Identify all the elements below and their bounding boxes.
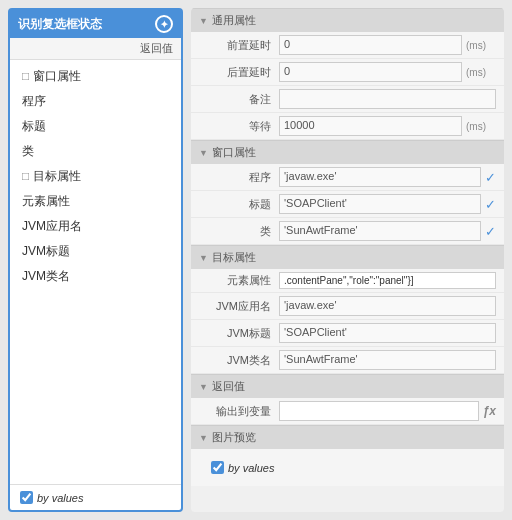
prop-value[interactable]: 10000 bbox=[279, 116, 462, 136]
by-values-row: by values bbox=[10, 484, 181, 510]
section-label: 目标属性 bbox=[212, 250, 256, 265]
prop-value[interactable]: 'javaw.exe' bbox=[279, 167, 481, 187]
left-panel-body: □ 窗口属性程序标题类□ 目标属性元素属性JVM应用名JVM标题JVM类名 bbox=[10, 60, 181, 480]
left-item-class[interactable]: 类 bbox=[10, 139, 181, 164]
prop-label: 元素属性 bbox=[199, 273, 279, 288]
left-item-target-props[interactable]: □ 目标属性 bbox=[10, 164, 181, 189]
prop-label: JVM应用名 bbox=[199, 299, 279, 314]
left-item-jvm-title[interactable]: JVM标题 bbox=[10, 239, 181, 264]
section-label: 通用属性 bbox=[212, 13, 256, 28]
prop-check-icon: ✓ bbox=[485, 197, 496, 212]
prop-value[interactable]: 'javaw.exe' bbox=[279, 296, 496, 316]
section-body-return-value: 输出到变量ƒx bbox=[191, 398, 504, 425]
section-header-image-preview[interactable]: ▼图片预览 bbox=[191, 425, 504, 449]
left-panel-header: 识别复选框状态 ✦ bbox=[10, 10, 181, 38]
prop-label: JVM标题 bbox=[199, 326, 279, 341]
section-header-window-props[interactable]: ▼窗口属性 bbox=[191, 140, 504, 164]
section-header-return-value[interactable]: ▼返回值 bbox=[191, 374, 504, 398]
right-by-values-label: by values bbox=[228, 462, 274, 474]
prop-check-icon: ✓ bbox=[485, 224, 496, 239]
section-return-value: ▼返回值输出到变量ƒx bbox=[191, 374, 504, 425]
section-general-props: ▼通用属性前置延时0(ms)后置延时0(ms)备注等待10000(ms) bbox=[191, 8, 504, 140]
image-preview-body: by values bbox=[191, 449, 504, 486]
prop-row-标题: 标题'SOAPClient'✓ bbox=[191, 191, 504, 218]
prop-label: 等待 bbox=[199, 119, 279, 134]
prop-row-JVM类名: JVM类名'SunAwtFrame' bbox=[191, 347, 504, 374]
section-label: 窗口属性 bbox=[212, 145, 256, 160]
section-body-general-props: 前置延时0(ms)后置延时0(ms)备注等待10000(ms) bbox=[191, 32, 504, 140]
section-label: 返回值 bbox=[212, 379, 245, 394]
section-body-window-props: 程序'javaw.exe'✓标题'SOAPClient'✓类'SunAwtFra… bbox=[191, 164, 504, 245]
section-image-preview: ▼图片预览by values bbox=[191, 425, 504, 486]
prop-row-后置延时: 后置延时0(ms) bbox=[191, 59, 504, 86]
right-by-values-row: by values bbox=[201, 455, 494, 480]
left-panel: 识别复选框状态 ✦ 返回值 □ 窗口属性程序标题类□ 目标属性元素属性JVM应用… bbox=[8, 8, 183, 512]
prop-value[interactable]: 0 bbox=[279, 35, 462, 55]
section-header-target-props[interactable]: ▼目标属性 bbox=[191, 245, 504, 269]
right-panel: ▼通用属性前置延时0(ms)后置延时0(ms)备注等待10000(ms)▼窗口属… bbox=[191, 8, 504, 512]
chevron-icon: ▼ bbox=[199, 253, 208, 263]
prop-row-JVM应用名: JVM应用名'javaw.exe' bbox=[191, 293, 504, 320]
prop-unit: (ms) bbox=[466, 40, 496, 51]
chevron-icon: ▼ bbox=[199, 16, 208, 26]
left-item-title[interactable]: 标题 bbox=[10, 114, 181, 139]
prop-value[interactable]: 'SOAPClient' bbox=[279, 323, 496, 343]
section-target-props: ▼目标属性元素属性.contentPane","role":"panel"}]J… bbox=[191, 245, 504, 374]
left-item-window-props[interactable]: □ 窗口属性 bbox=[10, 64, 181, 89]
prop-row-类: 类'SunAwtFrame'✓ bbox=[191, 218, 504, 245]
prop-label: 输出到变量 bbox=[199, 404, 279, 419]
prop-row-程序: 程序'javaw.exe'✓ bbox=[191, 164, 504, 191]
left-item-jvm-class-name[interactable]: JVM类名 bbox=[10, 264, 181, 289]
section-window-props: ▼窗口属性程序'javaw.exe'✓标题'SOAPClient'✓类'SunA… bbox=[191, 140, 504, 245]
prop-label: 程序 bbox=[199, 170, 279, 185]
prop-value[interactable]: 0 bbox=[279, 62, 462, 82]
return-value-label: 返回值 bbox=[10, 38, 181, 60]
chevron-icon: ▼ bbox=[199, 148, 208, 158]
left-item-element-props[interactable]: 元素属性 bbox=[10, 189, 181, 214]
section-header-general-props[interactable]: ▼通用属性 bbox=[191, 8, 504, 32]
prop-row-JVM标题: JVM标题'SOAPClient' bbox=[191, 320, 504, 347]
right-by-values-checkbox[interactable] bbox=[211, 461, 224, 474]
section-label: 图片预览 bbox=[212, 430, 256, 445]
prop-row-前置延时: 前置延时0(ms) bbox=[191, 32, 504, 59]
chevron-icon: ▼ bbox=[199, 382, 208, 392]
section-body-target-props: 元素属性.contentPane","role":"panel"}]JVM应用名… bbox=[191, 269, 504, 374]
left-item-jvm-app-name[interactable]: JVM应用名 bbox=[10, 214, 181, 239]
prop-value-wide[interactable]: .contentPane","role":"panel"}] bbox=[279, 272, 496, 289]
fx-button[interactable]: ƒx bbox=[483, 404, 496, 418]
prop-row-备注: 备注 bbox=[191, 86, 504, 113]
by-values-label: by values bbox=[37, 492, 83, 504]
prop-label: 标题 bbox=[199, 197, 279, 212]
prop-value-input[interactable] bbox=[279, 401, 479, 421]
prop-row-输出到变量: 输出到变量ƒx bbox=[191, 398, 504, 425]
compass-icon[interactable]: ✦ bbox=[155, 15, 173, 33]
prop-unit: (ms) bbox=[466, 121, 496, 132]
prop-value[interactable]: 'SunAwtFrame' bbox=[279, 221, 481, 241]
chevron-icon: ▼ bbox=[199, 433, 208, 443]
prop-check-icon: ✓ bbox=[485, 170, 496, 185]
left-item-program[interactable]: 程序 bbox=[10, 89, 181, 114]
prop-label: 备注 bbox=[199, 92, 279, 107]
left-panel-title: 识别复选框状态 bbox=[18, 16, 151, 33]
prop-label: 前置延时 bbox=[199, 38, 279, 53]
prop-row-元素属性: 元素属性.contentPane","role":"panel"}] bbox=[191, 269, 504, 293]
main-container: 识别复选框状态 ✦ 返回值 □ 窗口属性程序标题类□ 目标属性元素属性JVM应用… bbox=[0, 0, 512, 520]
prop-label: 后置延时 bbox=[199, 65, 279, 80]
by-values-checkbox[interactable] bbox=[20, 491, 33, 504]
prop-label: 类 bbox=[199, 224, 279, 239]
prop-value[interactable]: 'SunAwtFrame' bbox=[279, 350, 496, 370]
prop-unit: (ms) bbox=[466, 67, 496, 78]
prop-value[interactable]: 'SOAPClient' bbox=[279, 194, 481, 214]
prop-row-等待: 等待10000(ms) bbox=[191, 113, 504, 140]
prop-value[interactable] bbox=[279, 89, 496, 109]
prop-label: JVM类名 bbox=[199, 353, 279, 368]
